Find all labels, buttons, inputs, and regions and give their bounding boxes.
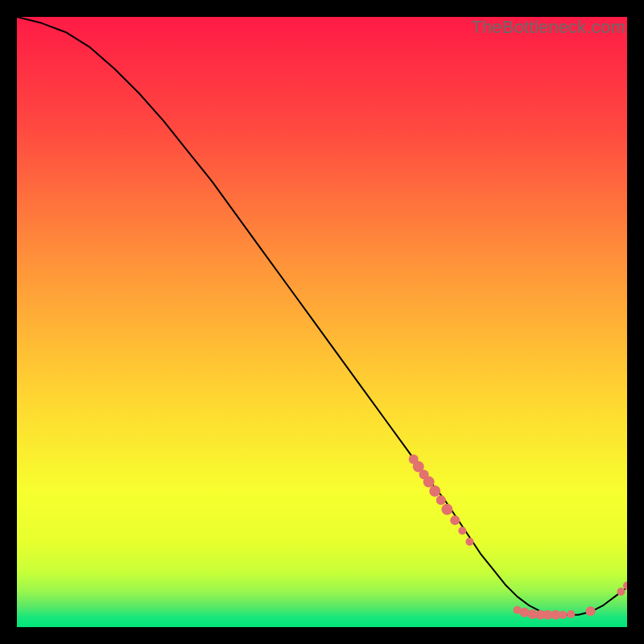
data-point-marker: [559, 611, 567, 619]
chart-frame: TheBottleneck.com: [17, 17, 627, 627]
data-point-marker: [586, 606, 596, 616]
data-point-marker: [617, 588, 625, 596]
data-point-marker: [450, 515, 460, 525]
bottleneck-chart: [17, 17, 627, 627]
data-point-marker: [567, 610, 575, 618]
data-point-marker: [423, 477, 435, 488]
watermark-text: TheBottleneck.com: [471, 17, 625, 38]
data-point-marker: [429, 485, 440, 497]
data-point-marker: [465, 538, 473, 546]
data-point-marker: [441, 504, 452, 515]
data-point-marker: [436, 495, 446, 505]
heat-gradient-background: [17, 17, 627, 627]
data-point-marker: [458, 526, 466, 535]
